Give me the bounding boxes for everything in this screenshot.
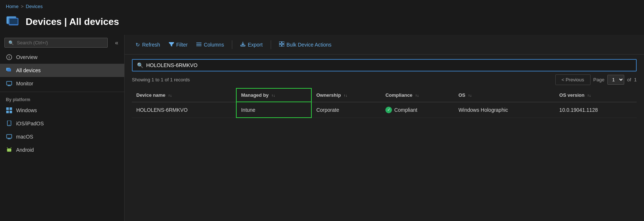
content-area: ↻ Refresh Filter Columns <box>125 35 644 221</box>
breadcrumb-separator: > <box>21 4 24 9</box>
previous-button[interactable]: < Previous <box>555 74 591 85</box>
columns-label: Columns <box>204 42 224 48</box>
sidebar-item-monitor[interactable]: Monitor <box>0 77 124 90</box>
bulk-actions-button[interactable]: Bulk Device Actions <box>275 39 335 50</box>
platform-section-label: By platform <box>0 93 124 104</box>
refresh-button[interactable]: ↻ Refresh <box>132 40 164 50</box>
svg-rect-29 <box>241 45 245 46</box>
filter-icon <box>169 42 174 48</box>
sort-icon-device-name: ↑↓ <box>168 93 172 97</box>
android-icon <box>6 147 12 153</box>
sidebar-item-windows[interactable]: Windows <box>0 104 124 117</box>
cell-os: Windows Holographic <box>454 102 555 118</box>
svg-line-24 <box>7 147 8 148</box>
col-compliance[interactable]: Compliance ↑↓ <box>381 88 454 102</box>
macos-icon <box>6 133 12 140</box>
sidebar-collapse-button[interactable]: « <box>112 38 121 48</box>
breadcrumb: Home > Devices <box>0 0 644 11</box>
cell-managed-by[interactable]: Intune <box>236 102 311 118</box>
sidebar-item-macos-label: macOS <box>16 134 33 140</box>
sidebar-item-android[interactable]: Android <box>0 143 124 156</box>
sidebar-item-all-devices[interactable]: All devices <box>0 64 124 77</box>
sidebar-item-overview-label: Overview <box>16 54 37 60</box>
all-devices-icon <box>6 67 12 74</box>
col-ownership[interactable]: Ownership ↑↓ <box>311 88 381 102</box>
svg-rect-13 <box>6 111 9 113</box>
col-os[interactable]: OS ↑↓ <box>454 88 555 102</box>
ios-icon <box>6 120 12 127</box>
of-label: of <box>627 77 631 82</box>
export-label: Export <box>248 42 262 48</box>
svg-rect-12 <box>10 107 12 110</box>
records-total: 1 <box>170 77 173 82</box>
toolbar-separator-1 <box>232 40 232 49</box>
sidebar-item-ios[interactable]: iOS/iPadOS <box>0 117 124 130</box>
sidebar-item-macos[interactable]: macOS <box>0 130 124 143</box>
cell-ownership: Corporate <box>311 102 381 118</box>
svg-rect-33 <box>282 44 284 47</box>
sidebar-item-overview[interactable]: i Overview <box>0 51 124 64</box>
svg-text:i: i <box>9 55 10 59</box>
svg-line-25 <box>11 147 11 148</box>
table-header-row: Device name ↑↓ Managed by ↑↓ Ownership ↑… <box>132 88 637 102</box>
compliance-badge: ✓ Compliant <box>385 107 449 113</box>
sidebar-item-windows-label: Windows <box>16 107 37 113</box>
main-layout: 🔍 « i Overview All devices <box>0 35 644 221</box>
svg-rect-2 <box>10 19 18 24</box>
svg-rect-17 <box>7 135 12 138</box>
col-device-name[interactable]: Device name ↑↓ <box>132 88 236 102</box>
breadcrumb-home[interactable]: Home <box>6 4 19 9</box>
page-header: Devices | All devices <box>0 11 644 35</box>
pagination: < Previous Page 1 of 1 <box>555 74 637 85</box>
filter-search-icon: 🔍 <box>137 62 143 68</box>
export-icon <box>240 41 245 48</box>
col-managed-by[interactable]: Managed by ↑↓ <box>236 88 311 102</box>
sidebar-search-input[interactable] <box>17 40 104 45</box>
svg-point-16 <box>9 125 10 125</box>
sort-icon-os: ↑↓ <box>468 93 472 97</box>
col-os-version[interactable]: OS version ↑↓ <box>555 88 637 102</box>
svg-rect-6 <box>7 69 11 71</box>
toolbar-separator-2 <box>271 40 271 49</box>
svg-rect-31 <box>282 41 284 44</box>
monitor-icon <box>6 80 12 87</box>
records-count: Showing 1 to 1 of 1 records <box>132 77 555 82</box>
platform-divider <box>0 92 124 92</box>
page-select[interactable]: 1 <box>607 75 624 85</box>
compliance-check-icon: ✓ <box>385 107 392 113</box>
showing-text: Showing <box>132 77 150 82</box>
svg-rect-30 <box>279 41 281 44</box>
sidebar-item-all-devices-label: All devices <box>16 67 41 73</box>
svg-rect-32 <box>279 44 281 47</box>
bulk-actions-icon <box>279 41 284 48</box>
table-container: Device name ↑↓ Managed by ↑↓ Ownership ↑… <box>125 88 644 221</box>
table-row: HOLOLENS-6RMKVO Intune Corporate ✓ Compl… <box>132 102 637 118</box>
page-label: Page <box>593 77 604 82</box>
refresh-label: Refresh <box>142 42 160 48</box>
devices-icon <box>6 14 21 29</box>
search-icon: 🔍 <box>8 40 14 45</box>
cell-os-version: 10.0.19041.1128 <box>555 102 637 118</box>
sidebar: 🔍 « i Overview All devices <box>0 35 125 221</box>
sidebar-item-monitor-label: Monitor <box>16 81 33 86</box>
sidebar-item-android-label: Android <box>16 147 34 153</box>
sort-icon-ownership: ↑↓ <box>344 93 347 97</box>
sidebar-item-ios-label: iOS/iPadOS <box>16 121 44 126</box>
filter-search-input[interactable] <box>146 62 632 68</box>
cell-device-name[interactable]: HOLOLENS-6RMKVO <box>132 102 236 118</box>
columns-button[interactable]: Columns <box>193 40 227 50</box>
svg-point-22 <box>8 150 9 151</box>
breadcrumb-current: Devices <box>26 4 42 9</box>
filter-bar: 🔍 <box>125 55 644 74</box>
sidebar-search-row: 🔍 « <box>0 35 124 51</box>
sort-icon-managed-by: ↑↓ <box>271 93 275 97</box>
export-button[interactable]: Export <box>237 39 266 50</box>
page-title: Devices | All devices <box>26 16 119 27</box>
sidebar-search-box[interactable]: 🔍 <box>4 38 108 48</box>
info-circle-icon: i <box>6 54 12 60</box>
svg-point-23 <box>10 150 11 151</box>
windows-icon <box>6 107 12 114</box>
records-to: 1 <box>161 77 163 82</box>
filter-search-box[interactable]: 🔍 <box>132 59 637 71</box>
filter-button[interactable]: Filter <box>165 40 191 50</box>
